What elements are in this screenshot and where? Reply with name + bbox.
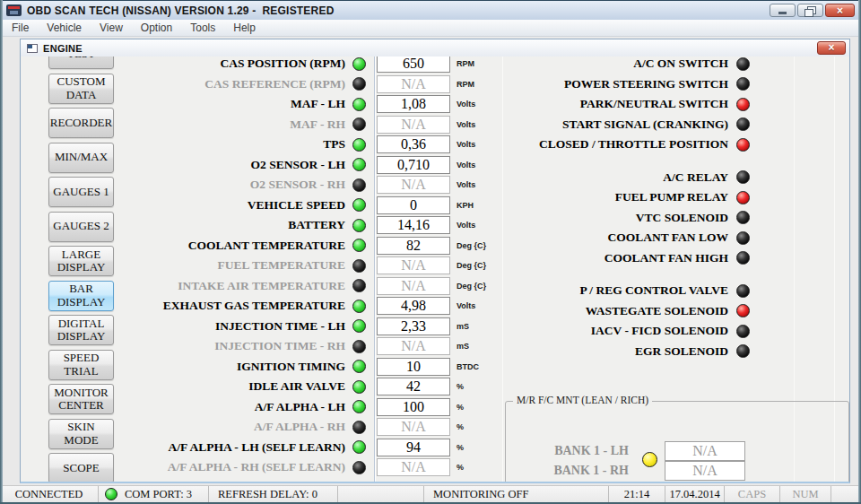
parameter-value-box: N/A <box>377 418 450 436</box>
engine-window-body: TEST CUSTOM DATA RECORDER MIN/MAX GAUGES… <box>21 56 849 482</box>
switch-status-led <box>736 344 750 358</box>
window-controls: × <box>770 4 855 17</box>
parameter-status-led <box>352 440 366 454</box>
parameter-status-led <box>352 57 366 71</box>
parameter-label: A/F ALPHA - RH (SELF LEARN) <box>21 460 345 474</box>
parameter-value-box: 42 <box>377 378 450 395</box>
close-button[interactable]: × <box>825 4 855 17</box>
parameter-status-led <box>352 400 366 413</box>
switch-group: A/C ON SWITCH POWER STEERING SWITCH PARK… <box>413 56 750 155</box>
parameter-status-led <box>352 340 366 353</box>
menu-item-help[interactable]: Help <box>224 20 265 36</box>
switch-row: POWER STEERING SWITCH <box>413 74 750 95</box>
mr-fc-mnt-title: M/R F/C MNT (LEAN / RICH) <box>513 395 652 405</box>
parameter-status-led <box>352 117 366 131</box>
menu-item-vehicle[interactable]: Vehicle <box>38 20 91 36</box>
parameter-label: MAF - RH <box>21 117 345 132</box>
engine-window-caption[interactable]: ENGINE × <box>21 39 849 57</box>
titlebar[interactable]: OBD SCAN TECH (NISSAN) VERSION 1.29 - RE… <box>0 0 861 20</box>
parameter-row: A/F ALPHA - RH (SELF LEARN) N/A % <box>21 457 509 478</box>
switch-status-led <box>736 211 750 224</box>
switch-status-led <box>736 170 750 184</box>
switch-row: FUEL PUMP RELAY <box>413 187 750 208</box>
menu-item-file[interactable]: File <box>3 20 38 36</box>
status-caps: CAPS <box>725 486 780 502</box>
engine-close-button[interactable]: × <box>817 41 846 55</box>
bank-label: BANK 1 - LH <box>506 444 629 458</box>
switch-status-led <box>736 284 750 298</box>
bank-rows: BANK 1 - LH N/A BANK 1 - RH N/A <box>506 441 848 481</box>
switch-label: START SIGNAL (CRANKING) <box>562 117 728 132</box>
switch-status-led <box>736 231 750 245</box>
parameter-status-led <box>352 198 366 212</box>
parameter-status-led <box>352 360 366 373</box>
switch-label: P / REG CONTROL VALVE <box>579 283 728 298</box>
switch-row: P / REG CONTROL VALVE <box>413 281 750 301</box>
minimize-icon <box>778 12 787 14</box>
bank-value-box: N/A <box>665 461 745 481</box>
parameter-status-led <box>352 98 366 111</box>
parameter-status-led <box>352 239 366 252</box>
switch-group: P / REG CONTROL VALVE WASTEGATE SOLENOID… <box>413 281 750 361</box>
bank-row: BANK 1 - LH N/A <box>506 441 848 461</box>
parameter-status-led <box>352 178 366 192</box>
menu-item-tools[interactable]: Tools <box>181 20 224 36</box>
restore-button[interactable] <box>797 4 823 17</box>
parameter-unit: BTDC <box>457 362 479 371</box>
switch-label: COOLANT FAN HIGH <box>604 251 728 265</box>
menu-item-option[interactable]: Option <box>132 20 181 36</box>
status-time: 21:14 <box>609 486 665 502</box>
switch-label: IACV - FICD SOLENOID <box>591 324 728 338</box>
switch-row: VTC SOLENOID <box>413 208 750 229</box>
switch-group: A/C RELAY FUEL PUMP RELAY VTC SOLENOID C… <box>413 168 750 269</box>
parameter-value-box: 94 <box>377 439 450 456</box>
parameter-value-box: N/A <box>377 458 450 476</box>
parameter-row: IDLE AIR VALVE 42 % <box>21 377 509 397</box>
status-comport: COM PORT: 3 <box>125 488 192 501</box>
parameter-label: TPS <box>21 137 345 152</box>
parameter-row: A/F ALPHA - LH (SELF LEARN) 94 % <box>21 438 509 458</box>
switch-panel: A/C ON SWITCH POWER STEERING SWITCH PARK… <box>413 56 750 361</box>
parameter-status-led <box>352 461 366 474</box>
switch-status-led <box>736 117 750 131</box>
parameter-unit: % <box>457 403 464 412</box>
menu-item-view[interactable]: View <box>91 20 132 36</box>
engine-window: ENGINE × TEST CUSTOM DATA RECORDER MIN/M… <box>20 39 850 483</box>
status-spacer <box>338 486 424 502</box>
parameter-label: O2 SENSOR - RH <box>21 178 345 192</box>
parameter-label: INTAKE AIR TEMPERATURE <box>21 279 345 293</box>
app-icon <box>6 4 22 16</box>
status-connection: CONNECTED <box>0 486 99 502</box>
window-title: OBD SCAN TECH (NISSAN) VERSION 1.29 - RE… <box>27 4 335 17</box>
parameter-label: FUEL TEMPERATURE <box>21 258 345 273</box>
switch-label: COOLANT FAN LOW <box>607 230 728 245</box>
minimize-button[interactable] <box>770 4 796 17</box>
parameter-label: INJECTION TIME - RH <box>21 339 345 353</box>
switch-label: CLOSED / THROTTLE POSITION <box>539 137 728 152</box>
switch-status-led <box>736 251 750 265</box>
parameter-unit: % <box>457 443 464 452</box>
engine-window-icon <box>27 44 38 53</box>
switch-status-led <box>736 325 750 338</box>
switch-row: PARK/NEUTRAL SWITCH <box>413 94 750 115</box>
parameter-label: INJECTION TIME - LH <box>21 319 345 334</box>
switch-row: EGR SOLENOID <box>413 342 750 362</box>
engine-close-icon: × <box>828 43 834 53</box>
switch-row: START SIGNAL (CRANKING) <box>413 115 750 135</box>
parameter-row: A/F ALPHA - RH N/A % <box>21 417 509 438</box>
switch-row: COOLANT FAN HIGH <box>413 248 750 269</box>
parameter-label: A/F ALPHA - RH <box>21 420 345 434</box>
connection-status-led <box>105 488 117 500</box>
parameter-label: CAS POSITION (RPM) <box>21 56 345 71</box>
statusbar: CONNECTED COM PORT: 3 REFRESH DELAY: 0 M… <box>0 485 861 502</box>
parameter-label: IGNITION TIMING <box>21 360 345 374</box>
switch-label: POWER STEERING SWITCH <box>564 77 728 91</box>
status-comport-segment: COM PORT: 3 <box>99 486 209 502</box>
parameter-label: VEHICLE SPEED <box>21 198 345 213</box>
bank-value-box: N/A <box>665 441 745 461</box>
status-date: 17.04.2014 <box>665 486 725 502</box>
parameter-status-led <box>352 77 366 91</box>
parameter-label: CAS REFERENCE (RPM) <box>21 77 345 91</box>
parameter-label: MAF - LH <box>21 97 345 111</box>
switch-label: A/C RELAY <box>663 170 728 185</box>
